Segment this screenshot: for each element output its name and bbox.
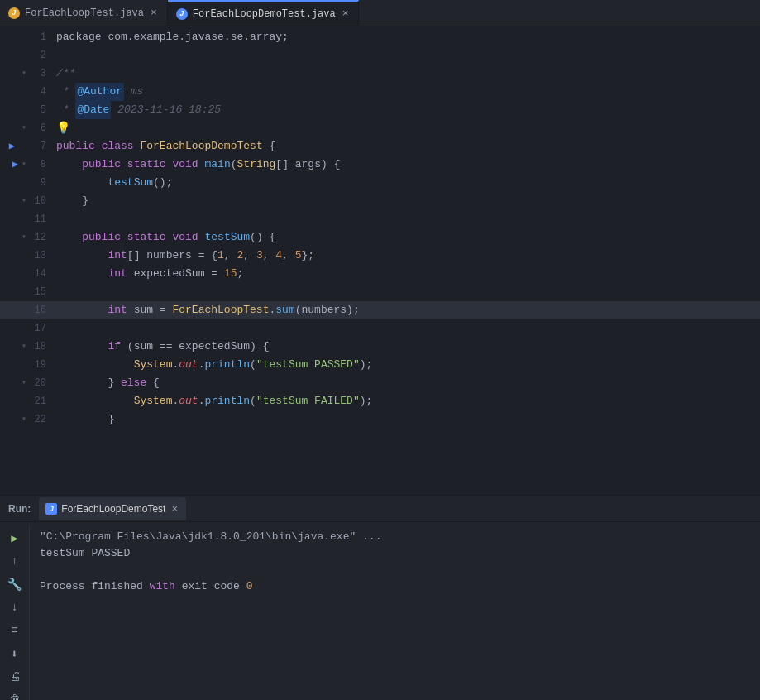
token-kw: public bbox=[82, 228, 121, 247]
token-plain: { bbox=[146, 374, 160, 392]
line-number-14: 14 bbox=[30, 265, 46, 283]
token-class-name: ForEachLoopTest bbox=[172, 301, 269, 319]
fold-icon-22[interactable]: ▾ bbox=[22, 410, 26, 429]
token-plain: ( bbox=[250, 392, 256, 410]
code-line-3: ▾3/** bbox=[0, 65, 760, 83]
token-javadoc-tag: @Author bbox=[75, 83, 124, 101]
code-line-13: 13 int[] numbers = {1, 2, 3, 4, 5}; bbox=[0, 247, 760, 265]
token-plain: ); bbox=[360, 392, 373, 410]
line-number-6: 6 bbox=[30, 119, 46, 137]
line-gutter-10: ▾10 bbox=[0, 192, 50, 210]
line-content-22: } bbox=[50, 410, 760, 429]
token-plain: } bbox=[56, 192, 88, 210]
token-plain: ( bbox=[250, 356, 256, 374]
code-line-10: ▾10 } bbox=[0, 192, 760, 210]
fold-icon-12[interactable]: ▾ bbox=[22, 228, 26, 247]
run-tab[interactable]: J ForEachLoopDemoTest × bbox=[39, 497, 186, 520]
run-tab-close[interactable]: × bbox=[170, 502, 179, 515]
token-javadoc-tag: @Date bbox=[75, 101, 111, 119]
line-number-16: 16 bbox=[30, 301, 46, 319]
token-plain: ( bbox=[231, 156, 237, 174]
code-line-17: 17 bbox=[0, 319, 760, 338]
tab-label-2: ForEachLoopDemoTest.java bbox=[193, 8, 336, 20]
line-content-5: * @Date 2023-11-16 18:25 bbox=[50, 101, 760, 119]
run-label: Run: bbox=[3, 503, 36, 515]
line-gutter-14: 14 bbox=[0, 265, 50, 283]
fold-icon-8[interactable]: ▾ bbox=[22, 156, 26, 174]
token-class-name: System bbox=[134, 392, 173, 410]
tab-foreach-loop-demo-test[interactable]: J ForEachLoopDemoTest.java × bbox=[168, 0, 360, 26]
token-num: 3 bbox=[256, 247, 263, 265]
token-plain: (); bbox=[153, 174, 172, 192]
tab-close-2[interactable]: × bbox=[341, 7, 351, 20]
line-content-18: if (sum == expectedSum) { bbox=[50, 338, 760, 356]
down-button[interactable]: ↓ bbox=[6, 598, 24, 616]
run-arrow-8[interactable]: ▶ bbox=[12, 156, 18, 174]
tab-close-1[interactable]: × bbox=[149, 7, 159, 19]
fold-icon-18[interactable]: ▾ bbox=[22, 338, 26, 356]
line-content-14: int expectedSum = 15; bbox=[50, 265, 760, 283]
token-num: 2 bbox=[237, 247, 243, 265]
fold-icon-3[interactable]: ▾ bbox=[22, 65, 26, 83]
token-num: 5 bbox=[295, 247, 302, 265]
fold-icon-6[interactable]: ▾ bbox=[22, 119, 26, 137]
token-kw: public bbox=[56, 137, 95, 156]
line-number-21: 21 bbox=[30, 392, 46, 410]
token-num: 4 bbox=[275, 247, 282, 265]
token-class-name: String bbox=[237, 156, 276, 174]
line-gutter-12: ▾12 bbox=[0, 228, 50, 247]
token-plain: . bbox=[269, 301, 275, 319]
token-plain bbox=[198, 228, 205, 247]
code-line-1: 1package com.example.javase.se.array; bbox=[0, 28, 760, 46]
token-plain bbox=[121, 156, 127, 174]
token-kw: class bbox=[102, 137, 134, 156]
line-content-8: public static void main(String[] args) { bbox=[50, 156, 760, 174]
code-line-8: ▶▾8 public static void main(String[] arg… bbox=[0, 156, 760, 174]
token-plain: . bbox=[198, 392, 205, 410]
tab-foreach-loop-test[interactable]: J ForEachLoopTest.java × bbox=[0, 0, 168, 26]
line-gutter-6: ▾6 bbox=[0, 119, 50, 137]
line-number-17: 17 bbox=[30, 319, 46, 338]
wrench-button[interactable]: 🔧 bbox=[6, 575, 24, 593]
code-line-5: 5 * @Date 2023-11-16 18:25 bbox=[0, 101, 760, 119]
code-line-19: 19 System.out.println("testSum PASSED"); bbox=[0, 356, 760, 374]
fold-icon-10[interactable]: ▾ bbox=[22, 192, 26, 210]
tab-bar: J ForEachLoopTest.java × J ForEachLoopDe… bbox=[0, 0, 760, 26]
fold-icon-20[interactable]: ▾ bbox=[22, 374, 26, 392]
line-gutter-3: ▾3 bbox=[0, 65, 50, 83]
token-kw: static bbox=[127, 156, 166, 174]
code-line-16: 16 int sum = ForEachLoopTest.sum(numbers… bbox=[0, 301, 760, 319]
line-content-21: System.out.println("testSum FAILED"); bbox=[50, 392, 760, 410]
token-plain bbox=[56, 301, 108, 319]
code-line-9: 9 testSum(); bbox=[0, 174, 760, 192]
token-class-name: System bbox=[134, 356, 173, 374]
run-tab-label: ForEachLoopDemoTest bbox=[61, 503, 165, 515]
list-button[interactable]: ≡ bbox=[6, 621, 24, 640]
token-kw: static bbox=[127, 228, 166, 247]
line-gutter-20: ▾20 bbox=[0, 374, 50, 392]
console-line: Process finished with exit code 0 bbox=[40, 578, 750, 595]
token-plain: [] args) { bbox=[275, 156, 340, 174]
token-plain: { bbox=[263, 137, 276, 156]
line-gutter-21: 21 bbox=[0, 392, 50, 410]
token-plain: package com.example.javase.se.array; bbox=[56, 28, 289, 46]
token-plain: . bbox=[172, 392, 179, 410]
line-number-9: 9 bbox=[30, 174, 46, 192]
line-gutter-22: ▾22 bbox=[0, 410, 50, 429]
run-arrow-7[interactable]: ▶ bbox=[9, 137, 15, 156]
trash-button[interactable]: 🗑 bbox=[6, 691, 24, 700]
token-fn: main bbox=[205, 156, 231, 174]
with-keyword: with bbox=[150, 580, 175, 592]
token-kw-type: int bbox=[108, 301, 127, 319]
token-comment: * bbox=[56, 101, 75, 119]
code-editor[interactable]: 1package com.example.javase.se.array;2▾3… bbox=[0, 26, 760, 495]
download-button[interactable]: ⬇ bbox=[6, 645, 24, 663]
light-bulb-icon[interactable]: 💡 bbox=[56, 119, 70, 137]
line-gutter-7: ▶7 bbox=[0, 137, 50, 156]
token-comment: 2023-11-16 18:25 bbox=[111, 101, 221, 119]
console-line: testSum PASSED bbox=[40, 545, 750, 562]
up-button[interactable]: ↑ bbox=[6, 552, 24, 570]
print-button[interactable]: 🖨 bbox=[6, 668, 24, 686]
token-str: "testSum PASSED" bbox=[256, 356, 360, 374]
play-button[interactable]: ▶ bbox=[6, 529, 24, 547]
